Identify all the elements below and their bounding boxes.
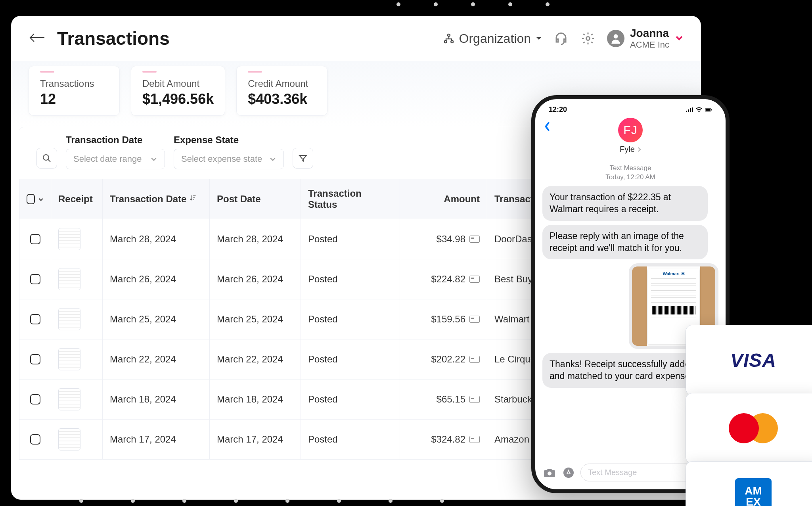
credit-card-stack: VISA AM EX [686, 325, 812, 506]
camera-icon [543, 467, 556, 478]
contact-avatar[interactable]: FJ [618, 118, 643, 142]
col-status[interactable]: Transaction Status [301, 179, 400, 219]
contact-name-row[interactable]: Fyle [620, 145, 641, 154]
chevron-down-icon[interactable] [38, 194, 44, 205]
tx-date-cell: March 28, 2024 [103, 219, 210, 259]
decorative-dots-bottom [79, 499, 444, 503]
amex-logo: AM EX [735, 478, 772, 506]
chevron-down-icon [150, 155, 157, 163]
receipt-thumbnail-icon [58, 228, 80, 250]
user-org: ACME Inc [630, 40, 669, 50]
row-checkbox-cell [19, 420, 51, 459]
tx-date-cell: March 26, 2024 [103, 259, 210, 299]
settings-button[interactable] [580, 31, 596, 46]
date-range-select[interactable]: Select date range [66, 149, 165, 169]
amount-cell: $65.15 [400, 380, 487, 419]
app-store-button[interactable] [561, 466, 576, 480]
svg-rect-7 [688, 109, 689, 112]
svg-point-0 [448, 34, 450, 36]
phone-message-header: FJ Fyle [535, 116, 726, 158]
phone-time: 12:20 [549, 105, 567, 114]
search-button[interactable] [36, 148, 57, 169]
post-date-cell: March 28, 2024 [210, 219, 301, 259]
chevron-left-icon [543, 121, 551, 132]
tx-date-cell: March 17, 2024 [103, 420, 210, 459]
signal-icon [686, 107, 693, 113]
row-checkbox[interactable] [30, 234, 40, 244]
row-checkbox-cell [19, 259, 51, 299]
checkbox-icon[interactable] [27, 194, 35, 204]
row-checkbox[interactable] [30, 314, 40, 324]
receipt-cell[interactable] [51, 259, 103, 299]
card-credit[interactable]: Credit Amount $403.36k [236, 66, 327, 116]
message-meta: Text Message Today, 12:20 AM [542, 164, 718, 182]
receipt-thumbnail-icon [58, 308, 80, 330]
wifi-icon [695, 107, 703, 113]
org-tree-icon [443, 33, 454, 44]
col-transaction-date[interactable]: Transaction Date [103, 179, 210, 219]
barcode-icon [652, 306, 695, 314]
decorative-dots-top [396, 2, 550, 6]
row-checkbox[interactable] [30, 274, 40, 284]
post-date-cell: March 26, 2024 [210, 259, 301, 299]
user-menu[interactable]: Joanna ACME Inc [607, 27, 684, 50]
back-arrow-icon[interactable] [29, 32, 46, 45]
svg-point-5 [43, 155, 49, 160]
card-mastercard [686, 393, 812, 463]
svg-point-1 [444, 40, 446, 43]
meta-time: Today, 12:20 AM [542, 173, 718, 182]
card-transactions[interactable]: Transactions 12 [29, 66, 120, 116]
receipt-cell[interactable] [51, 380, 103, 419]
card-icon [469, 436, 480, 443]
message-bubble: Your transaction of $222.35 at Walmart r… [542, 186, 708, 221]
select-all-header[interactable] [19, 179, 51, 219]
card-value: 12 [40, 91, 108, 107]
support-button[interactable] [553, 31, 569, 46]
gear-icon [581, 31, 595, 46]
row-checkbox[interactable] [30, 354, 40, 364]
org-selector[interactable]: Organization [443, 31, 542, 46]
receipt-thumbnail-icon [58, 388, 80, 410]
select-placeholder: Select expense state [181, 154, 262, 164]
card-value: $403.36k [248, 91, 316, 107]
row-checkbox-cell [19, 339, 51, 379]
caret-down-icon [536, 36, 542, 41]
org-selector-label: Organization [459, 31, 531, 46]
search-icon [42, 153, 52, 163]
card-label: Debit Amount [142, 78, 214, 89]
card-value: $1,496.56k [142, 91, 214, 107]
card-label: Transactions [40, 78, 108, 89]
sort-desc-icon [190, 194, 196, 205]
card-label: Credit Amount [248, 78, 316, 89]
phone-status-bar: 12:20 [535, 99, 726, 116]
col-post-date[interactable]: Post Date [210, 179, 301, 219]
expense-state-select[interactable]: Select expense state [174, 149, 284, 169]
card-icon [469, 396, 480, 403]
card-visa: VISA [686, 325, 812, 395]
svg-rect-9 [692, 107, 693, 112]
camera-button[interactable] [542, 466, 557, 480]
status-cell: Posted [301, 380, 400, 419]
row-checkbox[interactable] [30, 394, 40, 404]
receipt-cell[interactable] [51, 219, 103, 259]
card-debit[interactable]: Debit Amount $1,496.56k [131, 66, 225, 116]
visa-logo: VISA [730, 349, 776, 371]
svg-rect-6 [686, 111, 687, 112]
svg-point-4 [614, 34, 618, 38]
row-checkbox-cell [19, 380, 51, 419]
receipt-cell[interactable] [51, 420, 103, 459]
receipt-cell[interactable] [51, 339, 103, 379]
meta-type: Text Message [542, 164, 718, 173]
col-amount[interactable]: Amount [400, 179, 487, 219]
svg-point-2 [451, 40, 453, 43]
receipt-thumbnail-icon [58, 428, 80, 450]
receipt-cell[interactable] [51, 299, 103, 339]
row-checkbox[interactable] [30, 434, 40, 445]
phone-back-button[interactable] [543, 121, 551, 134]
receipt-thumbnail-icon [58, 268, 80, 290]
avatar-icon [607, 30, 624, 47]
svg-point-13 [548, 472, 552, 475]
card-icon [469, 356, 480, 363]
filter-button[interactable] [293, 148, 313, 169]
col-receipt[interactable]: Receipt [51, 179, 103, 219]
